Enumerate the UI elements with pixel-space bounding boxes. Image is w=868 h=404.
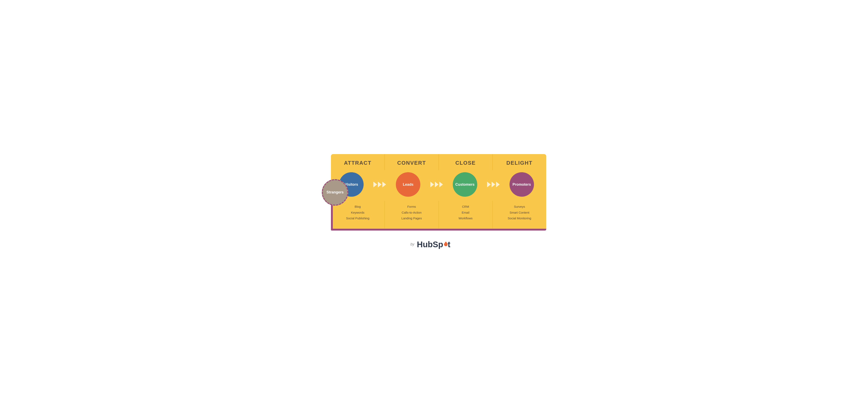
strangers-label: Strangers: [327, 190, 344, 195]
main-diagram: Strangers ATTRACT CONVERT CLOSE DELIGHT: [322, 154, 546, 231]
chevron-icon: [373, 181, 377, 187]
close-circle-cell: Customers: [444, 172, 486, 197]
convert-header: CONVERT: [385, 154, 439, 170]
close-header: CLOSE: [439, 154, 493, 170]
hubspot-svg-logo: HubSp t: [417, 239, 458, 250]
close-tools: CRM Email Workflows: [438, 201, 492, 229]
promoters-circle: Promoters: [509, 172, 534, 197]
chevron-icon: [492, 181, 495, 187]
chevron-icon: [430, 181, 434, 187]
chevron-icon: [378, 181, 381, 187]
strangers-wrapper: Strangers: [322, 179, 340, 206]
chevron-icon: [487, 181, 491, 187]
purple-bottom-bar: [333, 229, 546, 231]
arrows-2: [429, 181, 444, 187]
arrows-3: [486, 181, 501, 187]
yellow-box: ATTRACT CONVERT CLOSE DELIGHT Visitors: [331, 154, 546, 231]
diagram-wrapper: Strangers ATTRACT CONVERT CLOSE DELIGHT: [322, 154, 546, 250]
tools-row: Blog Keywords Social Publishing Forms Ca…: [331, 201, 546, 231]
svg-point-2: [445, 242, 447, 243]
svg-text:t: t: [448, 240, 450, 249]
delight-tools: Surveys Smart Content Social Monitoring: [492, 201, 546, 229]
by-label: by: [410, 242, 414, 246]
svg-text:HubSp: HubSp: [417, 240, 443, 249]
columns-container: ATTRACT CONVERT CLOSE DELIGHT Visitors: [331, 154, 546, 231]
customers-circle: Customers: [453, 172, 477, 197]
delight-circle-cell: Promoters: [501, 172, 546, 197]
chevron-icon: [435, 181, 438, 187]
strangers-circle: Strangers: [322, 179, 348, 206]
hubspot-footer: by HubSp t: [410, 239, 458, 250]
leads-circle: Leads: [396, 172, 420, 197]
headers-row: ATTRACT CONVERT CLOSE DELIGHT: [331, 154, 546, 170]
chevron-icon: [382, 181, 386, 187]
convert-tools: Forms Calls-to-Action Landing Pages: [384, 201, 438, 229]
chevron-icon: [496, 181, 500, 187]
delight-header: DELIGHT: [493, 154, 546, 170]
chevron-icon: [439, 181, 443, 187]
convert-circle-cell: Leads: [388, 172, 429, 197]
attract-header: ATTRACT: [331, 154, 385, 170]
circles-row: Visitors Leads: [331, 170, 546, 201]
hubspot-logo: HubSp t: [417, 239, 458, 250]
arrows-1: [372, 181, 388, 187]
